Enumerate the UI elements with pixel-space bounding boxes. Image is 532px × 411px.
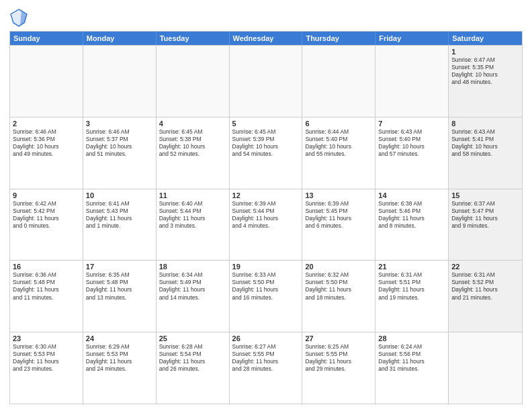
day-detail: Sunrise: 6:30 AM Sunset: 5:53 PM Dayligh… [13, 343, 80, 373]
day-number: 25 [159, 334, 226, 342]
cal-cell-4-0: 23Sunrise: 6:30 AM Sunset: 5:53 PM Dayli… [10, 332, 83, 404]
day-detail: Sunrise: 6:34 AM Sunset: 5:49 PM Dayligh… [159, 271, 226, 301]
cal-cell-4-6 [449, 332, 522, 404]
cal-cell-1-5: 7Sunrise: 6:43 AM Sunset: 5:40 PM Daylig… [375, 118, 449, 189]
cal-cell-0-2 [157, 46, 230, 117]
cal-cell-3-6: 22Sunrise: 6:31 AM Sunset: 5:52 PM Dayli… [449, 261, 522, 332]
header [9, 8, 523, 27]
cal-cell-2-0: 9Sunrise: 6:42 AM Sunset: 5:42 PM Daylig… [10, 189, 83, 261]
cal-header-saturday: Saturday [449, 32, 522, 45]
day-detail: Sunrise: 6:45 AM Sunset: 5:39 PM Dayligh… [232, 128, 300, 158]
day-detail: Sunrise: 6:25 AM Sunset: 5:55 PM Dayligh… [305, 343, 372, 373]
day-detail: Sunrise: 6:41 AM Sunset: 5:43 PM Dayligh… [86, 200, 153, 230]
cal-header-wednesday: Wednesday [230, 32, 303, 45]
day-detail: Sunrise: 6:39 AM Sunset: 5:45 PM Dayligh… [305, 200, 372, 230]
day-number: 26 [232, 334, 300, 342]
day-detail: Sunrise: 6:35 AM Sunset: 5:48 PM Dayligh… [86, 271, 153, 301]
cal-cell-4-1: 24Sunrise: 6:29 AM Sunset: 5:53 PM Dayli… [83, 332, 157, 404]
cal-cell-2-2: 11Sunrise: 6:40 AM Sunset: 5:44 PM Dayli… [157, 189, 230, 261]
day-number: 9 [13, 191, 80, 199]
day-detail: Sunrise: 6:24 AM Sunset: 5:56 PM Dayligh… [378, 343, 445, 373]
day-number: 15 [451, 191, 519, 199]
cal-header-sunday: Sunday [10, 32, 83, 45]
cal-row-2: 9Sunrise: 6:42 AM Sunset: 5:42 PM Daylig… [10, 189, 522, 261]
day-number: 27 [305, 334, 372, 342]
cal-cell-3-5: 21Sunrise: 6:31 AM Sunset: 5:51 PM Dayli… [375, 261, 449, 332]
cal-cell-2-1: 10Sunrise: 6:41 AM Sunset: 5:43 PM Dayli… [83, 189, 157, 261]
cal-cell-1-6: 8Sunrise: 6:43 AM Sunset: 5:41 PM Daylig… [449, 118, 522, 189]
day-number: 24 [86, 334, 153, 342]
day-number: 1 [451, 48, 519, 56]
day-detail: Sunrise: 6:38 AM Sunset: 5:46 PM Dayligh… [378, 200, 445, 230]
day-detail: Sunrise: 6:43 AM Sunset: 5:40 PM Dayligh… [378, 128, 445, 158]
logo-icon [9, 8, 28, 27]
day-number: 8 [451, 120, 519, 128]
day-detail: Sunrise: 6:36 AM Sunset: 5:48 PM Dayligh… [13, 271, 80, 301]
day-detail: Sunrise: 6:46 AM Sunset: 5:36 PM Dayligh… [13, 128, 80, 158]
calendar: SundayMondayTuesdayWednesdayThursdayFrid… [9, 31, 523, 404]
cal-cell-3-4: 20Sunrise: 6:32 AM Sunset: 5:50 PM Dayli… [302, 261, 375, 332]
cal-cell-0-3 [230, 46, 303, 117]
cal-cell-0-0 [10, 46, 83, 117]
cal-cell-0-6: 1Sunrise: 6:47 AM Sunset: 5:35 PM Daylig… [449, 46, 522, 117]
cal-header-monday: Monday [83, 32, 157, 45]
day-number: 12 [232, 191, 300, 199]
cal-cell-2-5: 14Sunrise: 6:38 AM Sunset: 5:46 PM Dayli… [375, 189, 449, 261]
day-number: 5 [232, 120, 300, 128]
cal-row-4: 23Sunrise: 6:30 AM Sunset: 5:53 PM Dayli… [10, 332, 522, 404]
day-detail: Sunrise: 6:42 AM Sunset: 5:42 PM Dayligh… [13, 200, 80, 230]
cal-cell-2-6: 15Sunrise: 6:37 AM Sunset: 5:47 PM Dayli… [449, 189, 522, 261]
day-number: 6 [305, 120, 372, 128]
day-detail: Sunrise: 6:31 AM Sunset: 5:51 PM Dayligh… [378, 271, 445, 301]
day-number: 23 [13, 334, 80, 342]
day-detail: Sunrise: 6:33 AM Sunset: 5:50 PM Dayligh… [232, 271, 300, 301]
day-detail: Sunrise: 6:40 AM Sunset: 5:44 PM Dayligh… [159, 200, 226, 230]
day-number: 22 [451, 263, 519, 271]
day-number: 2 [13, 120, 80, 128]
day-number: 13 [305, 191, 372, 199]
day-number: 3 [86, 120, 153, 128]
cal-cell-4-2: 25Sunrise: 6:28 AM Sunset: 5:54 PM Dayli… [157, 332, 230, 404]
cal-cell-4-3: 26Sunrise: 6:27 AM Sunset: 5:55 PM Dayli… [230, 332, 303, 404]
cal-cell-1-2: 4Sunrise: 6:45 AM Sunset: 5:38 PM Daylig… [157, 118, 230, 189]
day-number: 16 [13, 263, 80, 271]
cal-cell-1-3: 5Sunrise: 6:45 AM Sunset: 5:39 PM Daylig… [230, 118, 303, 189]
cal-cell-3-3: 19Sunrise: 6:33 AM Sunset: 5:50 PM Dayli… [230, 261, 303, 332]
calendar-body: 1Sunrise: 6:47 AM Sunset: 5:35 PM Daylig… [10, 45, 522, 404]
day-detail: Sunrise: 6:47 AM Sunset: 5:35 PM Dayligh… [451, 56, 519, 86]
cal-cell-4-5: 28Sunrise: 6:24 AM Sunset: 5:56 PM Dayli… [375, 332, 449, 404]
day-number: 14 [378, 191, 445, 199]
day-detail: Sunrise: 6:37 AM Sunset: 5:47 PM Dayligh… [451, 200, 519, 230]
day-detail: Sunrise: 6:45 AM Sunset: 5:38 PM Dayligh… [159, 128, 226, 158]
day-number: 18 [159, 263, 226, 271]
day-number: 21 [378, 263, 445, 271]
day-detail: Sunrise: 6:46 AM Sunset: 5:37 PM Dayligh… [86, 128, 153, 158]
cal-cell-0-4 [302, 46, 375, 117]
cal-cell-2-4: 13Sunrise: 6:39 AM Sunset: 5:45 PM Dayli… [302, 189, 375, 261]
page: SundayMondayTuesdayWednesdayThursdayFrid… [0, 0, 532, 411]
day-detail: Sunrise: 6:39 AM Sunset: 5:44 PM Dayligh… [232, 200, 300, 230]
cal-row-0: 1Sunrise: 6:47 AM Sunset: 5:35 PM Daylig… [10, 45, 522, 117]
day-detail: Sunrise: 6:29 AM Sunset: 5:53 PM Dayligh… [86, 343, 153, 373]
cal-cell-1-1: 3Sunrise: 6:46 AM Sunset: 5:37 PM Daylig… [83, 118, 157, 189]
day-detail: Sunrise: 6:32 AM Sunset: 5:50 PM Dayligh… [305, 271, 372, 301]
cal-cell-0-1 [83, 46, 157, 117]
calendar-header-row: SundayMondayTuesdayWednesdayThursdayFrid… [10, 32, 522, 45]
day-number: 10 [86, 191, 153, 199]
cal-row-3: 16Sunrise: 6:36 AM Sunset: 5:48 PM Dayli… [10, 260, 522, 332]
day-detail: Sunrise: 6:43 AM Sunset: 5:41 PM Dayligh… [451, 128, 519, 158]
cal-cell-1-4: 6Sunrise: 6:44 AM Sunset: 5:40 PM Daylig… [302, 118, 375, 189]
cal-cell-1-0: 2Sunrise: 6:46 AM Sunset: 5:36 PM Daylig… [10, 118, 83, 189]
cal-cell-3-0: 16Sunrise: 6:36 AM Sunset: 5:48 PM Dayli… [10, 261, 83, 332]
day-number: 11 [159, 191, 226, 199]
cal-header-tuesday: Tuesday [157, 32, 230, 45]
day-detail: Sunrise: 6:44 AM Sunset: 5:40 PM Dayligh… [305, 128, 372, 158]
cal-cell-3-1: 17Sunrise: 6:35 AM Sunset: 5:48 PM Dayli… [83, 261, 157, 332]
day-number: 19 [232, 263, 300, 271]
day-number: 20 [305, 263, 372, 271]
cal-header-thursday: Thursday [302, 32, 375, 45]
cal-cell-4-4: 27Sunrise: 6:25 AM Sunset: 5:55 PM Dayli… [302, 332, 375, 404]
day-number: 4 [159, 120, 226, 128]
cal-cell-3-2: 18Sunrise: 6:34 AM Sunset: 5:49 PM Dayli… [157, 261, 230, 332]
day-number: 28 [378, 334, 445, 342]
